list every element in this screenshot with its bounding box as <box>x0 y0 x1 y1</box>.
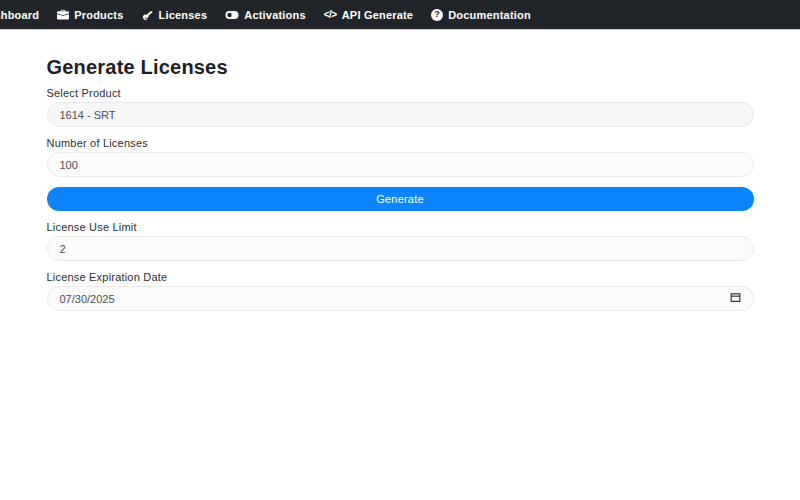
select-product-value: 1614 - SRT <box>60 109 116 121</box>
select-product-dropdown[interactable]: 1614 - SRT <box>47 102 754 127</box>
main-content: Generate Licenses Select Product 1614 - … <box>47 30 754 311</box>
nav-item-label: API Generate <box>342 9 413 21</box>
license-expiration-date-input[interactable]: 07/30/2025 <box>47 286 754 311</box>
generate-button[interactable]: Generate <box>47 187 754 211</box>
calendar-icon <box>730 291 741 306</box>
select-product-label: Select Product <box>47 87 754 99</box>
nav-list: Dashboard Products Licenses Activations … <box>0 0 540 30</box>
license-expiration-date-value: 07/30/2025 <box>60 293 115 305</box>
nav-item-activations[interactable]: Activations <box>216 0 315 30</box>
nav-item-documentation[interactable]: ? Documentation <box>422 0 540 30</box>
number-of-licenses-label: Number of Licenses <box>47 137 754 149</box>
license-expiration-date-label: License Expiration Date <box>47 271 754 283</box>
nav-item-dashboard[interactable]: Dashboard <box>0 0 48 30</box>
license-use-limit-label: License Use Limit <box>47 221 754 233</box>
nav-item-label: Documentation <box>448 9 531 21</box>
number-of-licenses-input[interactable] <box>47 152 754 177</box>
briefcase-icon <box>57 9 69 21</box>
nav-item-products[interactable]: Products <box>48 0 132 30</box>
top-navbar: Dashboard Products Licenses Activations … <box>0 0 800 30</box>
nav-item-label: Activations <box>244 9 306 21</box>
calendar-picker-button[interactable] <box>730 291 741 306</box>
key-icon <box>142 9 154 21</box>
page-title: Generate Licenses <box>47 56 754 79</box>
nav-item-api-generate[interactable]: </> API Generate <box>315 0 422 30</box>
license-use-limit-input[interactable] <box>47 236 754 261</box>
nav-item-label: Products <box>74 9 123 21</box>
nav-item-licenses[interactable]: Licenses <box>133 0 217 30</box>
question-circle-icon: ? <box>431 9 443 21</box>
code-icon: </> <box>324 9 337 20</box>
toggle-icon <box>225 10 239 20</box>
nav-item-label: Dashboard <box>0 9 39 21</box>
nav-item-label: Licenses <box>159 9 208 21</box>
